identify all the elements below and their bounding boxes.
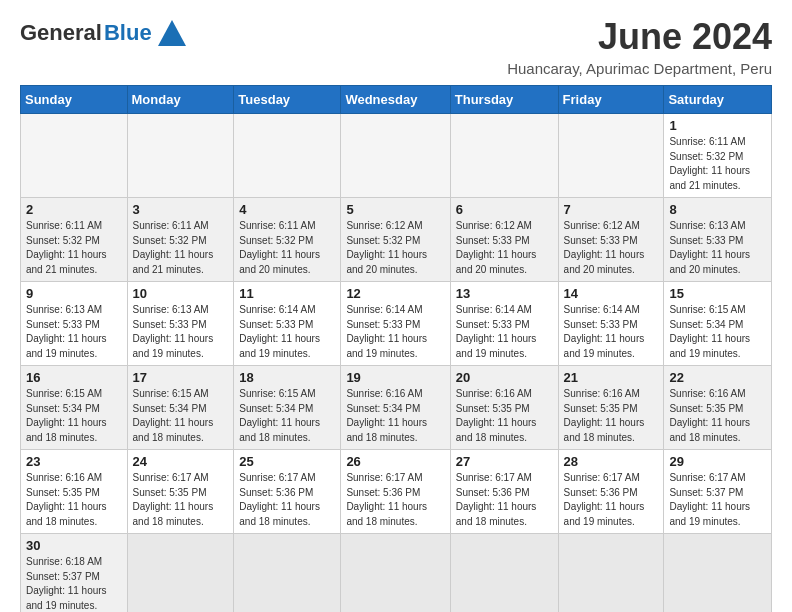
day-info: Sunrise: 6:18 AM Sunset: 5:37 PM Dayligh… <box>26 555 122 612</box>
day-number: 6 <box>456 202 553 217</box>
day-info: Sunrise: 6:17 AM Sunset: 5:36 PM Dayligh… <box>346 471 444 529</box>
day-number: 8 <box>669 202 766 217</box>
day-info: Sunrise: 6:16 AM Sunset: 5:35 PM Dayligh… <box>564 387 659 445</box>
calendar-day-cell <box>127 534 234 613</box>
weekday-header-wednesday: Wednesday <box>341 86 450 114</box>
day-number: 16 <box>26 370 122 385</box>
day-number: 25 <box>239 454 335 469</box>
day-info: Sunrise: 6:15 AM Sunset: 5:34 PM Dayligh… <box>133 387 229 445</box>
day-number: 1 <box>669 118 766 133</box>
calendar-day-cell: 6Sunrise: 6:12 AM Sunset: 5:33 PM Daylig… <box>450 198 558 282</box>
day-info: Sunrise: 6:11 AM Sunset: 5:32 PM Dayligh… <box>26 219 122 277</box>
calendar-day-cell <box>341 114 450 198</box>
page-header: General Blue June 2024 Huancaray, Apurim… <box>20 16 772 77</box>
day-info: Sunrise: 6:13 AM Sunset: 5:33 PM Dayligh… <box>26 303 122 361</box>
calendar-day-cell: 28Sunrise: 6:17 AM Sunset: 5:36 PM Dayli… <box>558 450 664 534</box>
day-number: 22 <box>669 370 766 385</box>
calendar-day-cell: 12Sunrise: 6:14 AM Sunset: 5:33 PM Dayli… <box>341 282 450 366</box>
calendar-day-cell: 23Sunrise: 6:16 AM Sunset: 5:35 PM Dayli… <box>21 450 128 534</box>
calendar-day-cell <box>21 114 128 198</box>
calendar-day-cell: 7Sunrise: 6:12 AM Sunset: 5:33 PM Daylig… <box>558 198 664 282</box>
logo: General Blue <box>20 16 186 46</box>
weekday-header-saturday: Saturday <box>664 86 772 114</box>
day-number: 19 <box>346 370 444 385</box>
day-info: Sunrise: 6:15 AM Sunset: 5:34 PM Dayligh… <box>239 387 335 445</box>
calendar-day-cell: 21Sunrise: 6:16 AM Sunset: 5:35 PM Dayli… <box>558 366 664 450</box>
day-number: 27 <box>456 454 553 469</box>
day-number: 30 <box>26 538 122 553</box>
calendar-day-cell <box>127 114 234 198</box>
day-info: Sunrise: 6:15 AM Sunset: 5:34 PM Dayligh… <box>26 387 122 445</box>
logo-general-text: General <box>20 22 102 44</box>
calendar-day-cell: 25Sunrise: 6:17 AM Sunset: 5:36 PM Dayli… <box>234 450 341 534</box>
calendar-day-cell: 29Sunrise: 6:17 AM Sunset: 5:37 PM Dayli… <box>664 450 772 534</box>
weekday-header-tuesday: Tuesday <box>234 86 341 114</box>
day-info: Sunrise: 6:13 AM Sunset: 5:33 PM Dayligh… <box>669 219 766 277</box>
calendar-header: SundayMondayTuesdayWednesdayThursdayFrid… <box>21 86 772 114</box>
calendar-day-cell: 11Sunrise: 6:14 AM Sunset: 5:33 PM Dayli… <box>234 282 341 366</box>
calendar-body: 1Sunrise: 6:11 AM Sunset: 5:32 PM Daylig… <box>21 114 772 613</box>
day-info: Sunrise: 6:12 AM Sunset: 5:33 PM Dayligh… <box>456 219 553 277</box>
calendar-day-cell: 24Sunrise: 6:17 AM Sunset: 5:35 PM Dayli… <box>127 450 234 534</box>
day-info: Sunrise: 6:16 AM Sunset: 5:35 PM Dayligh… <box>26 471 122 529</box>
day-info: Sunrise: 6:15 AM Sunset: 5:34 PM Dayligh… <box>669 303 766 361</box>
day-info: Sunrise: 6:16 AM Sunset: 5:34 PM Dayligh… <box>346 387 444 445</box>
calendar-week-row: 9Sunrise: 6:13 AM Sunset: 5:33 PM Daylig… <box>21 282 772 366</box>
calendar-day-cell: 5Sunrise: 6:12 AM Sunset: 5:32 PM Daylig… <box>341 198 450 282</box>
day-number: 20 <box>456 370 553 385</box>
day-number: 9 <box>26 286 122 301</box>
calendar-day-cell: 14Sunrise: 6:14 AM Sunset: 5:33 PM Dayli… <box>558 282 664 366</box>
calendar-day-cell <box>234 534 341 613</box>
day-info: Sunrise: 6:14 AM Sunset: 5:33 PM Dayligh… <box>564 303 659 361</box>
day-number: 17 <box>133 370 229 385</box>
logo-triangle-icon <box>154 20 186 46</box>
day-number: 24 <box>133 454 229 469</box>
weekday-header-friday: Friday <box>558 86 664 114</box>
day-info: Sunrise: 6:14 AM Sunset: 5:33 PM Dayligh… <box>346 303 444 361</box>
day-info: Sunrise: 6:14 AM Sunset: 5:33 PM Dayligh… <box>456 303 553 361</box>
day-number: 5 <box>346 202 444 217</box>
day-info: Sunrise: 6:11 AM Sunset: 5:32 PM Dayligh… <box>669 135 766 193</box>
calendar-day-cell <box>234 114 341 198</box>
svg-marker-0 <box>158 20 186 46</box>
calendar-day-cell: 8Sunrise: 6:13 AM Sunset: 5:33 PM Daylig… <box>664 198 772 282</box>
day-info: Sunrise: 6:16 AM Sunset: 5:35 PM Dayligh… <box>669 387 766 445</box>
calendar-day-cell: 10Sunrise: 6:13 AM Sunset: 5:33 PM Dayli… <box>127 282 234 366</box>
calendar-day-cell: 18Sunrise: 6:15 AM Sunset: 5:34 PM Dayli… <box>234 366 341 450</box>
day-number: 11 <box>239 286 335 301</box>
day-number: 15 <box>669 286 766 301</box>
day-info: Sunrise: 6:14 AM Sunset: 5:33 PM Dayligh… <box>239 303 335 361</box>
day-info: Sunrise: 6:17 AM Sunset: 5:36 PM Dayligh… <box>239 471 335 529</box>
day-number: 26 <box>346 454 444 469</box>
day-info: Sunrise: 6:11 AM Sunset: 5:32 PM Dayligh… <box>133 219 229 277</box>
title-area: June 2024 Huancaray, Apurimac Department… <box>507 16 772 77</box>
day-info: Sunrise: 6:17 AM Sunset: 5:35 PM Dayligh… <box>133 471 229 529</box>
weekday-header-sunday: Sunday <box>21 86 128 114</box>
calendar-day-cell <box>450 114 558 198</box>
location-subtitle: Huancaray, Apurimac Department, Peru <box>507 60 772 77</box>
calendar-day-cell: 2Sunrise: 6:11 AM Sunset: 5:32 PM Daylig… <box>21 198 128 282</box>
calendar-day-cell <box>341 534 450 613</box>
calendar-day-cell: 1Sunrise: 6:11 AM Sunset: 5:32 PM Daylig… <box>664 114 772 198</box>
calendar-day-cell: 13Sunrise: 6:14 AM Sunset: 5:33 PM Dayli… <box>450 282 558 366</box>
day-number: 7 <box>564 202 659 217</box>
weekday-header-thursday: Thursday <box>450 86 558 114</box>
calendar-week-row: 16Sunrise: 6:15 AM Sunset: 5:34 PM Dayli… <box>21 366 772 450</box>
calendar-day-cell: 22Sunrise: 6:16 AM Sunset: 5:35 PM Dayli… <box>664 366 772 450</box>
calendar-day-cell: 3Sunrise: 6:11 AM Sunset: 5:32 PM Daylig… <box>127 198 234 282</box>
day-info: Sunrise: 6:11 AM Sunset: 5:32 PM Dayligh… <box>239 219 335 277</box>
calendar-day-cell <box>558 114 664 198</box>
calendar-day-cell: 27Sunrise: 6:17 AM Sunset: 5:36 PM Dayli… <box>450 450 558 534</box>
day-number: 28 <box>564 454 659 469</box>
calendar-week-row: 2Sunrise: 6:11 AM Sunset: 5:32 PM Daylig… <box>21 198 772 282</box>
day-number: 13 <box>456 286 553 301</box>
calendar-week-row: 30Sunrise: 6:18 AM Sunset: 5:37 PM Dayli… <box>21 534 772 613</box>
calendar-day-cell: 9Sunrise: 6:13 AM Sunset: 5:33 PM Daylig… <box>21 282 128 366</box>
calendar-day-cell: 4Sunrise: 6:11 AM Sunset: 5:32 PM Daylig… <box>234 198 341 282</box>
calendar-table: SundayMondayTuesdayWednesdayThursdayFrid… <box>20 85 772 612</box>
day-info: Sunrise: 6:17 AM Sunset: 5:36 PM Dayligh… <box>456 471 553 529</box>
calendar-day-cell: 15Sunrise: 6:15 AM Sunset: 5:34 PM Dayli… <box>664 282 772 366</box>
weekday-header-row: SundayMondayTuesdayWednesdayThursdayFrid… <box>21 86 772 114</box>
calendar-day-cell: 19Sunrise: 6:16 AM Sunset: 5:34 PM Dayli… <box>341 366 450 450</box>
day-number: 10 <box>133 286 229 301</box>
